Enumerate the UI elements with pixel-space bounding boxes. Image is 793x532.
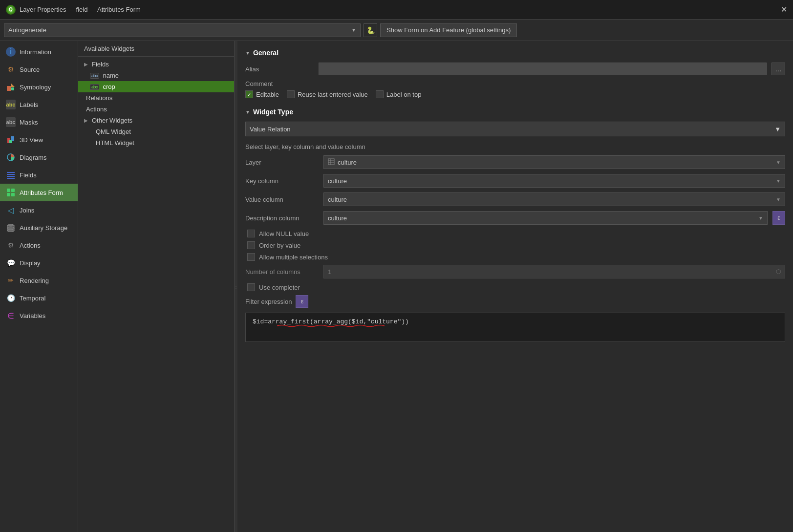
num-columns-input[interactable]: 1 ⬡ [323, 265, 785, 278]
sidebar-label-attributes-form: Attributes Form [20, 189, 63, 196]
field-name-icon: abc [90, 73, 99, 79]
alias-row: Alias … [245, 63, 785, 75]
allow-multiple-checkbox[interactable] [247, 253, 255, 261]
order-by-row[interactable]: Order by value [245, 241, 785, 249]
autogenerate-dropdown[interactable]: Autogenerate ▼ [4, 23, 361, 37]
order-by-checkbox[interactable] [247, 241, 255, 249]
layer-row: Layer culture ▼ [245, 155, 785, 169]
tree-item-field-crop[interactable]: abc crop [78, 81, 234, 92]
sidebar-item-variables[interactable]: ∈ Variables [0, 307, 78, 324]
key-column-value: culture [328, 177, 347, 185]
num-columns-spin[interactable]: ⬡ [776, 268, 781, 275]
field-crop-icon: abc [90, 84, 99, 90]
widget-type-title: Widget Type [253, 108, 293, 116]
sidebar-item-information[interactable]: i Information [0, 43, 78, 61]
symbology-icon [6, 82, 16, 92]
widget-type-value: Value Relation [250, 126, 291, 133]
sidebar-item-symbology[interactable]: Symbology [0, 78, 78, 96]
tree-label-crop: crop [103, 83, 115, 90]
alias-input[interactable] [319, 63, 767, 75]
sidebar-label-masks: Masks [20, 119, 38, 126]
reuse-label: Reuse last entered value [298, 91, 368, 98]
sidebar-label-rendering: Rendering [20, 277, 49, 284]
layer-table-icon [328, 158, 335, 167]
allow-null-checkbox[interactable] [247, 230, 255, 237]
description-column-value: culture [328, 214, 347, 222]
code-expression-box[interactable]: $id=array_first(array_agg($id,"culture")… [245, 313, 785, 342]
use-completer-row[interactable]: Use completer [245, 283, 785, 291]
variables-icon: ∈ [6, 311, 16, 320]
sidebar-item-attributes-form[interactable]: Attributes Form [0, 184, 78, 201]
svg-rect-20 [328, 159, 334, 165]
squiggle-underline [277, 324, 375, 326]
use-completer-checkbox[interactable] [247, 283, 255, 291]
sidebar-item-joins[interactable]: ◁ Joins [0, 201, 78, 219]
description-column-row: Description column culture ▼ ε [245, 211, 785, 225]
sidebar-item-source[interactable]: ⚙ Source [0, 61, 78, 78]
svg-rect-8 [7, 174, 15, 175]
label-on-top-checkbox-box[interactable] [376, 90, 384, 98]
tree-item-html-widget[interactable]: HTML Widget [78, 137, 234, 149]
masks-icon: abc [6, 117, 16, 127]
allow-null-row[interactable]: Allow NULL value [245, 230, 785, 237]
tree-item-qml-widget[interactable]: QML Widget [78, 126, 234, 137]
description-column-dropdown[interactable]: culture ▼ [323, 211, 768, 225]
general-section-header: ▼ General [245, 49, 785, 57]
alias-dots-button[interactable]: … [772, 63, 785, 75]
svg-rect-7 [7, 172, 15, 173]
close-button[interactable]: ✕ [781, 5, 787, 14]
diagrams-icon [6, 152, 16, 162]
sidebar-item-temporal[interactable]: 🕐 Temporal [0, 289, 78, 307]
sidebar-item-3dview[interactable]: 3D View [0, 131, 78, 149]
show-form-button[interactable]: Show Form on Add Feature (global setting… [380, 23, 517, 37]
editable-checkbox[interactable]: ✓ Editable [245, 90, 279, 98]
svg-rect-0 [7, 86, 11, 91]
sidebar-item-diagrams[interactable]: Diagrams [0, 149, 78, 166]
layer-dropdown[interactable]: culture ▼ [323, 155, 785, 169]
auxiliary-storage-icon [6, 223, 16, 233]
tree-item-actions[interactable]: Actions [78, 104, 234, 115]
qgis-logo: Q [6, 5, 16, 15]
description-column-expr-btn[interactable]: ε [772, 211, 785, 225]
sidebar-item-auxiliary-storage[interactable]: Auxiliary Storage [0, 219, 78, 236]
filter-expr-button[interactable]: ε [296, 295, 308, 308]
widget-type-dropdown[interactable]: Value Relation ▼ [245, 122, 785, 136]
tree-item-field-name[interactable]: abc name [78, 70, 234, 81]
key-column-dropdown[interactable]: culture ▼ [323, 174, 785, 188]
label-on-top-label: Label on top [386, 91, 422, 98]
general-section: ▼ General Alias … Comment ✓ Editab [245, 49, 785, 98]
reuse-checkbox[interactable]: Reuse last entered value [287, 90, 368, 98]
sidebar-item-masks[interactable]: abc Masks [0, 113, 78, 131]
attributes-form-icon [6, 188, 16, 197]
description-column-label: Description column [245, 214, 319, 222]
options-checkboxes: ✓ Editable Reuse last entered value Labe… [245, 90, 785, 98]
tree-item-relations[interactable]: Relations [78, 92, 234, 104]
python-button[interactable]: 🐍 [364, 23, 377, 37]
sidebar-item-labels[interactable]: abc Labels [0, 96, 78, 113]
value-column-value: culture [328, 196, 347, 203]
label-on-top-checkbox[interactable]: Label on top [376, 90, 422, 98]
svg-rect-5 [9, 140, 12, 143]
sidebar-label-symbology: Symbology [20, 84, 51, 91]
svg-marker-1 [11, 83, 15, 87]
tree-item-other-widgets[interactable]: ▶ Other Widgets [78, 115, 234, 126]
sidebar-item-actions[interactable]: ⚙ Actions [0, 236, 78, 254]
filter-expr-icon: ε [301, 298, 303, 305]
sidebar-label-fields: Fields [20, 171, 37, 179]
tree-item-fields-group[interactable]: ▶ Fields [78, 59, 234, 70]
sidebar-item-fields[interactable]: Fields [0, 166, 78, 184]
sidebar-item-rendering[interactable]: ✏ Rendering [0, 272, 78, 289]
tree-arrow-other: ▶ [84, 118, 88, 123]
top-toolbar: Autogenerate ▼ 🐍 Show Form on Add Featur… [0, 20, 793, 41]
layer-value: culture [338, 159, 357, 166]
sidebar-item-display[interactable]: 💬 Display [0, 254, 78, 272]
value-column-dropdown[interactable]: culture ▼ [323, 192, 785, 206]
widget-tree: ▶ Fields abc name abc crop Relations Act… [78, 57, 234, 532]
layer-label: Layer [245, 159, 319, 166]
sidebar-label-joins: Joins [20, 207, 34, 214]
actions-icon: ⚙ [6, 240, 16, 250]
reuse-checkbox-box[interactable] [287, 90, 295, 98]
allow-multiple-row[interactable]: Allow multiple selections [245, 253, 785, 261]
editable-checkbox-box[interactable]: ✓ [245, 90, 253, 98]
labels-icon: abc [6, 100, 16, 109]
